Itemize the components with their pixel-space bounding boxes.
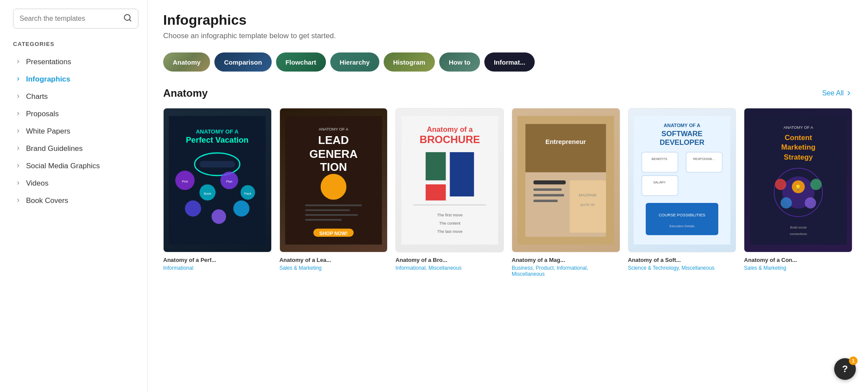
categories-label: CATEGORIES [13, 41, 138, 47]
svg-text:The content: The content [439, 221, 460, 225]
filter-pill-anatomy[interactable]: Anatomy [163, 52, 210, 72]
template-name: Anatomy of a Perf... [163, 257, 272, 263]
template-card[interactable]: Anatomy of a BROCHURE The first move The… [395, 108, 504, 277]
template-card[interactable]: ANATOMY OF A Perfect Vacation Pick Book … [163, 108, 272, 277]
svg-text:NUTR YR: NUTR YR [581, 203, 595, 207]
section-title: Anatomy [163, 87, 208, 99]
svg-text:BENEFITS: BENEFITS [651, 157, 667, 161]
svg-text:Build social: Build social [790, 225, 806, 229]
search-input[interactable] [20, 15, 119, 23]
sidebar-item-videos[interactable]: Videos [13, 175, 138, 192]
svg-text:ANATOMY OF A: ANATOMY OF A [319, 127, 349, 131]
svg-text:ANATOMY OF A: ANATOMY OF A [196, 128, 239, 135]
svg-rect-6 [200, 161, 235, 167]
template-name: Anatomy of a Mag... [512, 257, 620, 263]
svg-point-74 [810, 179, 822, 190]
chevron-right-icon [16, 111, 22, 117]
svg-text:SHOP NOW!: SHOP NOW! [319, 231, 348, 236]
chevron-right-icon [16, 94, 22, 100]
template-thumbnail: ANATOMY OF A Perfect Vacation Pick Book … [163, 108, 272, 252]
filter-row: AnatomyComparisonFlowchartHierarchyHisto… [163, 52, 852, 72]
svg-text:RESPONSIB...: RESPONSIB... [693, 157, 714, 161]
template-thumbnail: Entrepreneur MACPAW NUTR YR [512, 108, 620, 252]
svg-text:ANATOMY OF A: ANATOMY OF A [664, 123, 700, 128]
sidebar-item-presentations[interactable]: Presentations [13, 53, 138, 71]
template-tags: Science & Technology, Miscellaneous [628, 265, 736, 271]
svg-rect-42 [526, 124, 606, 172]
sidebar-item-proposals[interactable]: Proposals [13, 105, 138, 123]
svg-point-11 [185, 200, 201, 216]
chevron-right-icon [16, 163, 22, 169]
filter-pill-histogram[interactable]: Histogram [384, 52, 435, 72]
sidebar-item-brand-guidelines[interactable]: Brand Guidelines [13, 140, 138, 157]
page-subtitle: Choose an infographic template below to … [163, 32, 852, 40]
sidebar-item-label: Videos [26, 179, 49, 188]
filter-pill-hierarchy[interactable]: Hierarchy [330, 52, 379, 72]
svg-text:The first move: The first move [437, 213, 463, 217]
template-card[interactable]: ANATOMY OF A Content Marketing Strategy … [744, 108, 852, 277]
svg-rect-27 [305, 219, 342, 221]
filter-pill-informat[interactable]: Informat... [484, 52, 535, 72]
chevron-right-icon [16, 180, 22, 186]
template-tags: Business, Product, Informational, Miscel… [512, 265, 620, 277]
template-card[interactable]: ANATOMY OF A SOFTWARE DEVELOPER BENEFITS… [628, 108, 736, 277]
template-name: Anatomy of a Lea... [279, 257, 388, 263]
sidebar-item-label: Presentations [26, 58, 71, 66]
svg-text:COURSE POSSIBILITIES: COURSE POSSIBILITIES [659, 213, 706, 217]
template-card[interactable]: Entrepreneur MACPAW NUTR YR Anatomy of a… [512, 108, 620, 277]
template-tags: Sales & Marketing [744, 265, 852, 271]
sidebar-item-infographics[interactable]: Infographics [13, 71, 138, 88]
template-thumbnail: ANATOMY OF A Content Marketing Strategy … [744, 108, 852, 252]
filter-pill-flowchart[interactable]: Flowchart [276, 52, 326, 72]
svg-text:MACPAW: MACPAW [579, 193, 597, 197]
sidebar-item-label: Charts [26, 92, 48, 101]
page-title: Infographics [163, 12, 852, 28]
filter-pill-comparison[interactable]: Comparison [214, 52, 272, 72]
svg-rect-25 [305, 209, 349, 211]
sidebar-item-label: White Papers [26, 127, 70, 136]
svg-text:SALARY: SALARY [653, 180, 666, 184]
svg-rect-36 [414, 204, 486, 205]
main-content: Infographics Choose an infographic templ… [148, 0, 868, 392]
sidebar-item-label: Brand Guidelines [26, 144, 82, 153]
svg-text:Content: Content [785, 134, 812, 142]
svg-text:Marketing: Marketing [781, 143, 815, 151]
svg-text:GENERA: GENERA [309, 147, 358, 160]
help-button[interactable]: ? 1 [834, 358, 856, 380]
template-tags: Informational, Miscellaneous [395, 265, 504, 271]
sidebar-item-book-covers[interactable]: Book Covers [13, 192, 138, 209]
sidebar-item-white-papers[interactable]: White Papers [13, 123, 138, 140]
sidebar-item-label: Social Media Graphics [26, 162, 100, 170]
svg-line-1 [129, 20, 131, 21]
template-thumbnail: ANATOMY OF A LEAD GENERA TION SHOP NOW! [279, 108, 388, 252]
svg-text:💡: 💡 [795, 184, 801, 190]
svg-rect-59 [686, 152, 723, 172]
filter-pill-howto[interactable]: How to [439, 52, 480, 72]
template-name: Anatomy of a Con... [744, 257, 852, 263]
template-name: Anatomy of a Bro... [395, 257, 504, 263]
svg-text:Pack: Pack [244, 192, 252, 196]
svg-rect-34 [450, 152, 474, 196]
search-box[interactable] [13, 9, 138, 29]
svg-rect-61 [646, 203, 718, 235]
chevron-right-icon [16, 198, 22, 204]
sidebar-item-social-media-graphics[interactable]: Social Media Graphics [13, 157, 138, 175]
svg-text:Anatomy of a: Anatomy of a [427, 125, 473, 134]
svg-rect-44 [534, 180, 566, 184]
svg-text:ANATOMY OF A: ANATOMY OF A [783, 125, 813, 130]
help-icon: ? [842, 363, 848, 375]
template-card[interactable]: ANATOMY OF A LEAD GENERA TION SHOP NOW! … [279, 108, 388, 277]
chevron-right-icon [16, 146, 22, 152]
template-thumbnail: ANATOMY OF A SOFTWARE DEVELOPER BENEFITS… [628, 108, 736, 252]
chevron-right-icon [16, 128, 22, 134]
sidebar-item-label: Proposals [26, 110, 59, 118]
sidebar-item-label: Book Covers [26, 196, 68, 205]
sidebar-item-label: Infographics [26, 75, 70, 84]
svg-rect-35 [425, 184, 445, 200]
sidebar: CATEGORIES PresentationsInfographicsChar… [0, 0, 148, 392]
svg-text:Strategy: Strategy [784, 153, 813, 161]
sidebar-item-charts[interactable]: Charts [13, 88, 138, 105]
see-all-link[interactable]: See All [822, 89, 852, 97]
svg-text:DEVELOPER: DEVELOPER [660, 138, 704, 147]
svg-text:TION: TION [320, 160, 347, 173]
